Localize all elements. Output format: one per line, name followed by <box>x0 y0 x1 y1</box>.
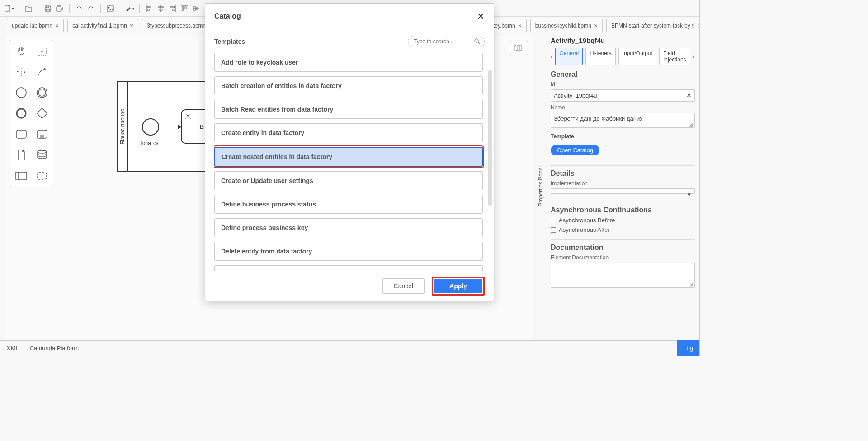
close-icon[interactable]: × <box>594 23 598 29</box>
template-item[interactable]: Add role to keycloak user <box>214 53 483 72</box>
tab-label: bussineskeychild.bpmn <box>535 23 591 29</box>
start-event[interactable] <box>142 118 159 136</box>
log-button[interactable]: Log <box>677 340 699 356</box>
tab-label: BPMN-start-after-system-task-by-ti <box>611 23 695 29</box>
lasso-tool[interactable] <box>34 43 50 59</box>
close-icon[interactable]: × <box>55 23 59 29</box>
group-tool[interactable] <box>34 168 50 184</box>
save-all-button[interactable] <box>54 3 66 14</box>
align-middle-button[interactable] <box>190 3 202 14</box>
section-documentation: Documentation <box>551 244 695 252</box>
template-item[interactable]: Define business process status <box>214 195 483 214</box>
align-right-button[interactable] <box>167 3 179 14</box>
property-tab[interactable]: General <box>555 48 583 65</box>
file-tab[interactable]: bussineskeychild.bpmn× <box>530 19 603 32</box>
scrollbar[interactable] <box>488 70 492 206</box>
start-event-tool[interactable] <box>13 84 29 101</box>
color-picker-button[interactable]: ▾ <box>124 3 136 14</box>
clear-id-icon[interactable]: ✕ <box>686 92 692 99</box>
search-icon <box>474 38 480 44</box>
templates-heading: Templates <box>214 38 245 45</box>
template-item[interactable]: Batch Read entities from data factory <box>214 100 483 119</box>
svg-point-33 <box>38 89 46 96</box>
apply-button[interactable]: Apply <box>434 279 482 293</box>
catalog-modal: Catalog ✕ Templates Add role to keycloak… <box>205 3 494 301</box>
cancel-button[interactable]: Cancel <box>382 278 425 294</box>
hand-tool[interactable] <box>13 43 29 59</box>
export-image-button[interactable] <box>104 3 116 14</box>
properties-panel-toggle[interactable]: Properties Panel <box>535 32 546 340</box>
save-button[interactable] <box>42 3 54 14</box>
id-input[interactable]: Activity_19bqf4u✕ <box>551 89 695 102</box>
svg-rect-1 <box>107 6 113 11</box>
status-xml[interactable]: XML <box>7 345 19 352</box>
section-details: Details <box>551 169 695 178</box>
redo-button[interactable] <box>85 3 97 14</box>
file-tab[interactable]: callactivityfinal-1.bpmn× <box>67 19 138 32</box>
svg-point-45 <box>187 113 189 116</box>
gateway-tool[interactable] <box>34 105 50 122</box>
unsaved-dot-icon <box>698 24 699 28</box>
element-title: Activity_19bqf4u <box>551 34 695 48</box>
template-item[interactable]: Create or Update user settings <box>214 171 483 190</box>
end-event-tool[interactable] <box>13 105 29 122</box>
align-top-button[interactable] <box>179 3 190 14</box>
status-bar: XML Camunda Platform <box>0 340 699 356</box>
template-item[interactable]: Batch creation of entities in data facto… <box>214 76 483 95</box>
template-item[interactable]: Define process business key <box>214 218 483 237</box>
open-button[interactable] <box>23 3 34 14</box>
modal-close-button[interactable]: ✕ <box>477 11 485 22</box>
svg-rect-44 <box>38 172 47 179</box>
async-before-row[interactable]: Asynchronous Before <box>551 217 695 224</box>
tab-label: 3typessubprocess.bpmn <box>147 23 206 29</box>
close-icon[interactable]: × <box>518 23 522 29</box>
svg-point-46 <box>475 39 478 42</box>
intermediate-event-tool[interactable] <box>34 84 50 101</box>
close-icon[interactable]: × <box>130 23 133 29</box>
async-after-row[interactable]: Asynchronous After <box>551 226 695 233</box>
svg-rect-10 <box>171 6 175 8</box>
template-list: Add role to keycloak userBatch creation … <box>214 53 485 271</box>
open-catalog-button[interactable]: Open Catalog <box>551 145 599 155</box>
svg-rect-14 <box>185 7 186 9</box>
template-item[interactable]: Create nested entities in data factory <box>214 147 483 167</box>
doc-textarea[interactable] <box>551 263 695 288</box>
pool-label: Бізнес-процес <box>119 109 126 145</box>
tabs-prev[interactable]: ‹ <box>551 53 552 60</box>
svg-point-2 <box>108 7 110 8</box>
svg-rect-36 <box>16 130 26 138</box>
template-item[interactable]: Create entity in data factory <box>214 123 483 142</box>
checkbox-icon <box>551 218 556 223</box>
minimap-toggle[interactable] <box>510 41 528 55</box>
element-palette <box>10 40 53 187</box>
data-object-tool[interactable] <box>13 147 29 163</box>
file-tab[interactable]: update-lab.bpmn× <box>7 19 64 32</box>
align-center-button[interactable] <box>155 3 167 14</box>
property-tab[interactable]: Listeners <box>585 48 616 65</box>
undo-button[interactable] <box>73 3 85 14</box>
svg-rect-5 <box>147 9 150 10</box>
sequence-flow[interactable] <box>159 127 181 127</box>
connect-tool[interactable] <box>34 64 50 80</box>
align-left-button[interactable] <box>143 3 155 14</box>
svg-line-47 <box>478 42 480 44</box>
task-tool[interactable] <box>13 126 29 142</box>
file-tab[interactable]: BPMN-start-after-system-task-by-ti <box>606 19 699 32</box>
status-platform[interactable]: Camunda Platform <box>30 345 79 352</box>
svg-point-34 <box>17 109 26 118</box>
tab-label: callactivityfinal-1.bpmn <box>72 23 127 29</box>
name-input[interactable]: Зберегти дані до Фабрики даних <box>551 113 695 128</box>
new-file-button[interactable]: ▾ <box>3 3 15 14</box>
template-search-input[interactable] <box>408 36 485 47</box>
pool-tool[interactable] <box>13 168 29 184</box>
property-tab[interactable]: Field Injections <box>659 48 690 65</box>
template-item[interactable]: Delete entity from data factory <box>214 242 483 261</box>
template-item[interactable]: Digital signature by DSO service <box>214 265 483 271</box>
subprocess-tool[interactable] <box>34 126 50 142</box>
space-tool[interactable] <box>13 64 29 80</box>
properties-panel: Activity_19bqf4u ‹ GeneralListenersInput… <box>546 32 699 340</box>
data-store-tool[interactable] <box>34 147 50 163</box>
property-tab[interactable]: Input/Output <box>618 48 656 65</box>
tabs-next[interactable]: › <box>693 53 695 60</box>
implementation-select[interactable]: ▾ <box>551 188 695 194</box>
